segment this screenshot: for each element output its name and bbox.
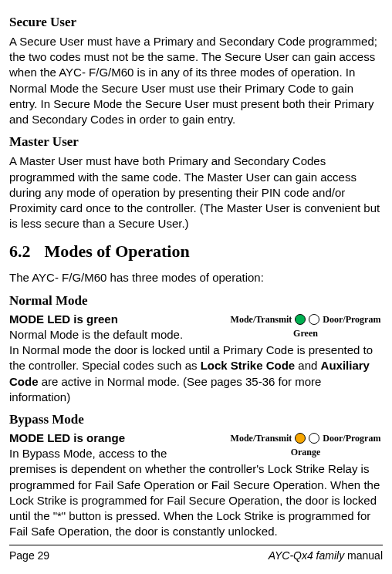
bypass-mode-body: premises is dependent on whether the con… [9,461,383,539]
secure-user-body: A Secure User must have a Primary and Se… [9,34,383,128]
indicator-left-label: Mode/Transmit [231,313,292,326]
led-empty-icon [309,314,319,325]
indicator-right-label: Door/Program [323,432,380,444]
bypass-mode-row: MODE LED is orange In Bypass Mode, acces… [9,430,383,462]
bypass-mode-indicator: Mode/Transmit Door/Program Orange [228,430,383,458]
bypass-mode-led-line: MODE LED is orange [9,430,222,446]
page-footer: Page 29 AYC-Qx4 family manual [9,545,383,563]
indicator-right-label: Door/Program [323,313,380,326]
bypass-mode-line1: In Bypass Mode, access to the [9,446,222,461]
led-orange-icon [295,433,306,444]
normal-mode-bold1: Lock Strike Code [201,359,296,372]
led-green-icon [295,314,306,325]
section-number: 6.2 [9,240,31,263]
footer-product-name: AYC-Qx4 family [269,549,345,562]
section-heading: 6.2Modes of Operation [9,240,383,263]
master-user-body: A Master User must have both Primary and… [9,154,383,231]
normal-mode-indicator: Mode/Transmit Door/Program Green [228,312,383,339]
section-title: Modes of Operation [45,241,190,261]
footer-page: Page 29 [9,549,49,563]
normal-mode-mid: and [295,359,320,372]
footer-product: AYC-Qx4 family manual [269,549,383,563]
indicator-color-label: Green [293,327,318,339]
normal-mode-body: In Normal mode the door is locked until … [9,343,383,405]
normal-mode-led-line: MODE LED is green [9,312,222,327]
section-intro: The AYC- F/G/M60 has three modes of oper… [9,270,383,285]
led-empty-icon [309,433,319,444]
indicator-left-label: Mode/Transmit [231,432,292,444]
bypass-mode-heading: Bypass Mode [9,411,383,429]
secure-user-heading: Secure User [9,14,383,32]
normal-mode-line1: Normal Mode is the default mode. [9,327,222,343]
master-user-heading: Master User [9,133,383,151]
footer-suffix: manual [344,549,383,562]
indicator-color-label: Orange [291,446,321,458]
normal-mode-heading: Normal Mode [9,292,383,310]
normal-mode-row: MODE LED is green Normal Mode is the def… [9,312,383,343]
normal-mode-body-post: are active in Normal mode. (See pages 35… [9,375,321,403]
